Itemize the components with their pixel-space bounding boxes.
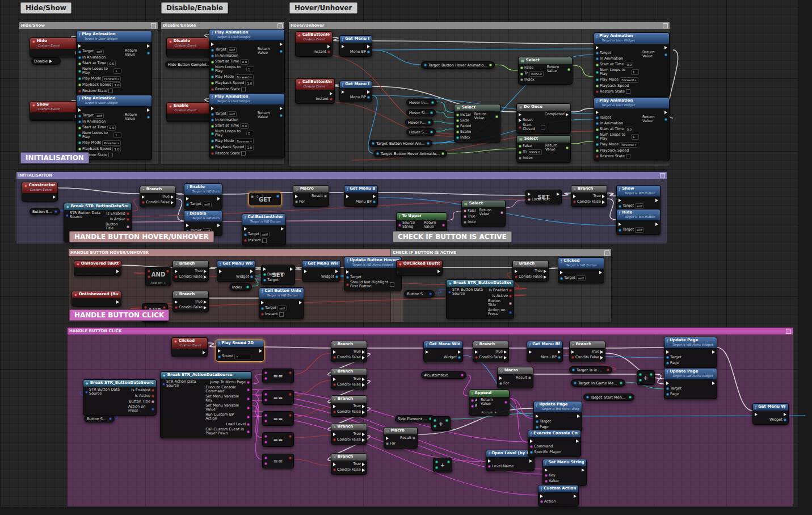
- play-sound-2d-node[interactable]: ƒPlay Sound 2DSound: [216, 340, 264, 362]
- pin-condition[interactable]: Condition: [173, 274, 194, 279]
- pin-exec[interactable]: [782, 412, 788, 417]
- pin-true[interactable]: True9999.0: [517, 149, 544, 155]
- pin-exec[interactable]: [287, 413, 293, 418]
- pin-condition[interactable]: Condition: [571, 199, 592, 204]
- pin-exec[interactable]: [140, 194, 161, 199]
- pin-exec[interactable]: [331, 376, 352, 382]
- pin-value-box[interactable]: self: [260, 232, 270, 237]
- pin-result[interactable]: Result: [514, 375, 533, 380]
- pin-value-box[interactable]: self: [203, 202, 212, 207]
- pin-a[interactable]: A: [469, 398, 479, 403]
- node-node[interactable]: ==: [262, 369, 294, 383]
- pin-exec[interactable]: [432, 418, 438, 423]
- node-header[interactable]: ƒDisableTarget is WB Button: [184, 211, 222, 221]
- get-menu-widget-node[interactable]: ƒGet Menu WidgetWidget: [423, 341, 463, 362]
- node-header[interactable]: ◆Break STR_ActionDataSource: [161, 372, 251, 379]
- pin-value-box[interactable]: self: [635, 203, 644, 209]
- pin-exec[interactable]: [263, 461, 269, 466]
- pin-exec[interactable]: [209, 41, 256, 47]
- pin-button-id[interactable]: Button ID: [262, 272, 287, 277]
- pin-num-loops-to-play[interactable]: Num Loops to Play1: [594, 68, 641, 77]
- is-in-game-node[interactable]: TargetIs in Game: [569, 366, 612, 374]
- pin-is-active[interactable]: Is Active: [108, 217, 131, 222]
- pin-dropdown[interactable]: Reverse: [102, 140, 120, 146]
- pin-checkbox[interactable]: [390, 282, 394, 287]
- pin-value-box[interactable]: self: [577, 275, 586, 281]
- pin-value-box[interactable]: self: [228, 111, 237, 117]
- output-pin-icon[interactable]: [489, 64, 492, 66]
- onclicked-button-16-node[interactable]: ◆OnClicked (Button_16): [396, 260, 443, 276]
- node-header[interactable]: »Branch: [513, 261, 548, 267]
- pin-exec[interactable]: [654, 221, 660, 227]
- pin-return-value[interactable]: Return Value: [641, 115, 669, 124]
- branch-node[interactable]: »BranchConditionTrueFalse: [140, 186, 176, 207]
- customtext-node[interactable]: #customtext: [421, 371, 466, 379]
- output-pin-icon[interactable]: [427, 142, 430, 145]
- pin-index[interactable]: Index: [462, 220, 478, 225]
- pin-in-animation[interactable]: In Animation: [77, 55, 123, 60]
- node-header[interactable]: ◆CallButtonUnhoverCustom Event: [296, 79, 334, 90]
- pin-exec[interactable]: [145, 43, 152, 48]
- get-menu-bp-node[interactable]: ƒGet Menu BPMenu BP: [339, 81, 372, 102]
- pin-dropdown[interactable]: Reverse: [620, 142, 638, 148]
- pin-value-box[interactable]: 1: [246, 66, 254, 72]
- pin-exec[interactable]: [617, 221, 646, 227]
- pin-exec[interactable]: [594, 110, 641, 115]
- node-header[interactable]: ƒPlay AnimationTarget is User Widget: [209, 30, 284, 40]
- pin-checkbox[interactable]: [279, 312, 284, 317]
- node-header[interactable]: ◆OnUnhovered (Button_16): [72, 291, 121, 298]
- pin-instant[interactable]: Instant: [242, 238, 271, 243]
- pin-num-loops-to-play[interactable]: Num Loops to Play1: [209, 129, 256, 138]
- pin-exec[interactable]: [527, 349, 533, 354]
- node-header[interactable]: ƒPlay AnimationTarget is User Widget: [77, 95, 152, 106]
- node-header[interactable]: ƒTo Upper: [397, 213, 447, 220]
- comment-header[interactable]: HANDLE BUTTON CLICK: [68, 328, 793, 334]
- branch-node[interactable]: »BranchConditionTrueFalse: [331, 453, 367, 475]
- pin-return-value[interactable]: Return Value: [422, 221, 447, 229]
- pin-dropdown[interactable]: Forward: [102, 76, 120, 82]
- pin-playback-speed[interactable]: Playback Speed1.0: [77, 82, 123, 88]
- pin-playback-speed[interactable]: Playback Speed1.0: [77, 146, 123, 152]
- enable-node[interactable]: ƒEnableTarget is WB ButtonTargetself: [184, 183, 222, 210]
- pin-exec[interactable]: [434, 459, 440, 464]
- pin-exec[interactable]: [287, 392, 293, 397]
- pin-exec[interactable]: [654, 198, 660, 203]
- pin-value-box[interactable]: 1: [631, 69, 639, 75]
- blueprint-graph-canvas[interactable]: Hide/ShowDisable/EnableHover/UnhoverINIT…: [0, 0, 812, 515]
- pin-restore-state[interactable]: Restore State: [594, 89, 641, 94]
- comment-header[interactable]: Disable/Enable: [161, 22, 284, 29]
- pin-exec[interactable]: [279, 226, 285, 231]
- node-header[interactable]: ▤Select: [462, 200, 505, 207]
- output-pin-icon[interactable]: [430, 111, 433, 114]
- comment-bookmark-icon[interactable]: [151, 23, 156, 28]
- node-header[interactable]: ≡Do Once: [517, 104, 570, 111]
- node-header[interactable]: ƒUpdate Button HoversTarget is WB Menu W…: [344, 257, 401, 268]
- pin-exec[interactable]: [263, 376, 269, 381]
- node-header[interactable]: ƒGet Menu BP: [527, 341, 562, 348]
- hide-node[interactable]: ◆HideCustom Event: [30, 37, 81, 57]
- pin-exec[interactable]: [528, 438, 563, 443]
- node-header[interactable]: ◆ClickedCustom Event: [172, 338, 207, 349]
- pin-true[interactable]: True: [590, 349, 605, 354]
- clicked-node[interactable]: ƒClickedTarget is WB ButtonTargetself: [558, 257, 604, 283]
- pin-condition[interactable]: Condition: [331, 409, 352, 414]
- pin-num-loops-to-play[interactable]: Num Loops to Play1: [77, 67, 123, 76]
- pin-is-active[interactable]: Is Active: [491, 294, 514, 299]
- node-header[interactable]: ƒGet Menu Widget: [424, 341, 462, 348]
- pin-return-value[interactable]: Return Value: [544, 144, 570, 152]
- pin-page[interactable]: Page: [534, 425, 553, 430]
- pin-exec[interactable]: [648, 372, 654, 377]
- pin-exec[interactable]: [145, 107, 152, 112]
- pin-target[interactable]: Targetself: [77, 113, 123, 119]
- node-header[interactable]: ◆Break STR_ButtonDataSource: [83, 380, 156, 387]
- pin-target[interactable]: Targetself: [617, 203, 646, 209]
- pin-exec[interactable]: [574, 438, 580, 443]
- pin-true[interactable]: True: [160, 194, 175, 199]
- pin-exec[interactable]: [249, 269, 255, 274]
- node-header[interactable]: ƒGet Menu Widget: [753, 404, 788, 411]
- pin-exec[interactable]: [528, 458, 534, 463]
- pin-exec[interactable]: [287, 455, 293, 460]
- section-label-initialisation[interactable]: INITIALISATION: [20, 152, 89, 164]
- pin-completed[interactable]: Completed: [543, 112, 570, 117]
- pin-checkbox[interactable]: [262, 238, 267, 243]
